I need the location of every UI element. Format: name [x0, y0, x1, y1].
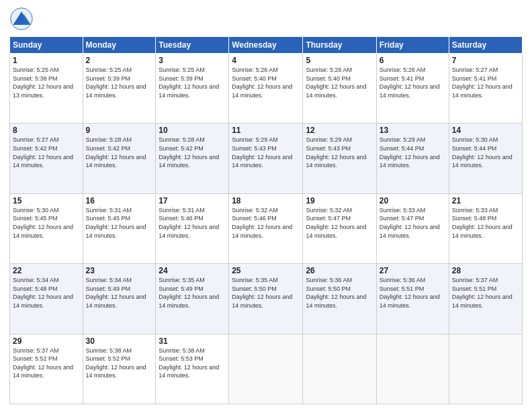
sunrise-text: Sunrise: 5:33 AM: [380, 206, 446, 215]
weekday-header-row: SundayMondayTuesdayWednesdayThursdayFrid…: [10, 37, 523, 54]
sunrise-text: Sunrise: 5:29 AM: [380, 136, 446, 144]
day-number: 23: [86, 266, 153, 275]
sunrise-text: Sunrise: 5:33 AM: [452, 206, 519, 215]
page: SundayMondayTuesdayWednesdayThursdayFrid…: [0, 0, 532, 411]
sunrise-text: Sunrise: 5:31 AM: [86, 206, 153, 215]
daylight-text: Daylight: 12 hours and 14 minutes.: [452, 293, 519, 310]
day-cell-23: 23Sunrise: 5:34 AMSunset: 5:49 PMDayligh…: [83, 264, 156, 334]
sunrise-text: Sunrise: 5:37 AM: [452, 276, 519, 285]
day-cell-21: 21Sunrise: 5:33 AMSunset: 5:48 PMDayligh…: [449, 193, 522, 263]
day-cell-17: 17Sunrise: 5:31 AMSunset: 5:46 PMDayligh…: [156, 193, 229, 263]
day-number: 30: [86, 336, 153, 346]
day-number: 17: [159, 196, 226, 205]
sunset-text: Sunset: 5:49 PM: [86, 285, 153, 293]
day-info: Sunrise: 5:28 AMSunset: 5:42 PMDaylight:…: [86, 136, 153, 169]
daylight-text: Daylight: 12 hours and 14 minutes.: [306, 223, 373, 240]
sunset-text: Sunset: 5:42 PM: [86, 144, 153, 153]
day-cell-4: 4Sunrise: 5:26 AMSunset: 5:40 PMDaylight…: [229, 54, 303, 124]
week-row-2: 8Sunrise: 5:27 AMSunset: 5:42 PMDaylight…: [10, 124, 523, 193]
day-info: Sunrise: 5:25 AMSunset: 5:39 PMDaylight:…: [86, 66, 153, 99]
day-number: 20: [380, 196, 446, 205]
day-info: Sunrise: 5:32 AMSunset: 5:46 PMDaylight:…: [232, 206, 300, 240]
week-row-4: 22Sunrise: 5:34 AMSunset: 5:48 PMDayligh…: [10, 264, 523, 334]
day-cell-24: 24Sunrise: 5:35 AMSunset: 5:49 PMDayligh…: [156, 264, 229, 334]
sunrise-text: Sunrise: 5:37 AM: [13, 347, 80, 355]
daylight-text: Daylight: 12 hours and 14 minutes.: [13, 293, 80, 310]
sunset-text: Sunset: 5:48 PM: [13, 285, 80, 293]
daylight-text: Daylight: 12 hours and 14 minutes.: [452, 83, 519, 99]
daylight-text: Daylight: 12 hours and 14 minutes.: [13, 363, 80, 380]
day-number: 4: [232, 56, 300, 65]
sunset-text: Sunset: 5:49 PM: [159, 285, 226, 293]
day-cell-11: 11Sunrise: 5:29 AMSunset: 5:43 PMDayligh…: [229, 124, 303, 193]
daylight-text: Daylight: 12 hours and 14 minutes.: [86, 153, 153, 170]
day-cell-9: 9Sunrise: 5:28 AMSunset: 5:42 PMDaylight…: [83, 124, 156, 193]
day-number: 27: [380, 266, 446, 275]
sunrise-text: Sunrise: 5:30 AM: [452, 136, 519, 144]
daylight-text: Daylight: 12 hours and 14 minutes.: [159, 223, 226, 240]
day-number: 14: [452, 126, 519, 135]
daylight-text: Daylight: 12 hours and 14 minutes.: [159, 363, 226, 380]
week-row-3: 15Sunrise: 5:30 AMSunset: 5:45 PMDayligh…: [10, 193, 523, 263]
week-row-5: 29Sunrise: 5:37 AMSunset: 5:52 PMDayligh…: [10, 334, 523, 404]
day-info: Sunrise: 5:26 AMSunset: 5:40 PMDaylight:…: [306, 66, 373, 99]
day-info: Sunrise: 5:33 AMSunset: 5:48 PMDaylight:…: [452, 206, 519, 240]
sunrise-text: Sunrise: 5:34 AM: [86, 276, 153, 285]
day-number: 10: [159, 126, 226, 135]
day-number: 5: [306, 56, 373, 65]
sunrise-text: Sunrise: 5:31 AM: [159, 206, 226, 215]
daylight-text: Daylight: 12 hours and 14 minutes.: [380, 83, 446, 99]
day-cell-25: 25Sunrise: 5:35 AMSunset: 5:50 PMDayligh…: [229, 264, 303, 334]
daylight-text: Daylight: 12 hours and 14 minutes.: [13, 153, 80, 170]
day-cell-5: 5Sunrise: 5:26 AMSunset: 5:40 PMDaylight…: [303, 54, 376, 124]
sunset-text: Sunset: 5:51 PM: [452, 285, 519, 293]
day-info: Sunrise: 5:26 AMSunset: 5:40 PMDaylight:…: [232, 66, 300, 99]
sunset-text: Sunset: 5:43 PM: [306, 144, 373, 153]
day-number: 24: [159, 266, 226, 275]
sunset-text: Sunset: 5:43 PM: [232, 144, 300, 153]
day-number: 11: [232, 126, 300, 135]
daylight-text: Daylight: 12 hours and 14 minutes.: [380, 223, 446, 240]
sunrise-text: Sunrise: 5:32 AM: [232, 206, 300, 215]
day-cell-8: 8Sunrise: 5:27 AMSunset: 5:42 PMDaylight…: [10, 124, 83, 193]
daylight-text: Daylight: 12 hours and 14 minutes.: [86, 363, 153, 380]
day-cell-18: 18Sunrise: 5:32 AMSunset: 5:46 PMDayligh…: [229, 193, 303, 263]
sunrise-text: Sunrise: 5:30 AM: [13, 206, 80, 215]
sunset-text: Sunset: 5:40 PM: [306, 75, 373, 83]
day-number: 12: [306, 126, 373, 135]
day-cell-26: 26Sunrise: 5:36 AMSunset: 5:50 PMDayligh…: [303, 264, 376, 334]
day-number: 13: [380, 126, 446, 135]
day-cell-30: 30Sunrise: 5:38 AMSunset: 5:52 PMDayligh…: [83, 334, 156, 404]
daylight-text: Daylight: 12 hours and 14 minutes.: [306, 83, 373, 99]
header: [9, 7, 523, 31]
sunrise-text: Sunrise: 5:27 AM: [452, 66, 519, 75]
sunset-text: Sunset: 5:47 PM: [380, 214, 446, 223]
sunset-text: Sunset: 5:48 PM: [452, 214, 519, 223]
daylight-text: Daylight: 12 hours and 14 minutes.: [306, 153, 373, 170]
day-number: 31: [159, 336, 226, 346]
day-number: 29: [13, 336, 80, 346]
logo: [9, 7, 38, 31]
day-cell-13: 13Sunrise: 5:29 AMSunset: 5:44 PMDayligh…: [376, 124, 449, 193]
day-cell-29: 29Sunrise: 5:37 AMSunset: 5:52 PMDayligh…: [10, 334, 83, 404]
day-info: Sunrise: 5:25 AMSunset: 5:39 PMDaylight:…: [159, 66, 226, 99]
daylight-text: Daylight: 12 hours and 14 minutes.: [232, 153, 300, 170]
sunset-text: Sunset: 5:38 PM: [13, 75, 80, 83]
day-cell-20: 20Sunrise: 5:33 AMSunset: 5:47 PMDayligh…: [376, 193, 449, 263]
sunset-text: Sunset: 5:53 PM: [159, 355, 226, 363]
day-number: 26: [306, 266, 373, 275]
daylight-text: Daylight: 12 hours and 14 minutes.: [86, 293, 153, 310]
day-info: Sunrise: 5:35 AMSunset: 5:49 PMDaylight:…: [159, 276, 226, 310]
day-cell-22: 22Sunrise: 5:34 AMSunset: 5:48 PMDayligh…: [10, 264, 83, 334]
weekday-header-monday: Monday: [83, 37, 156, 54]
day-info: Sunrise: 5:37 AMSunset: 5:52 PMDaylight:…: [13, 347, 80, 380]
sunrise-text: Sunrise: 5:36 AM: [306, 276, 373, 285]
sunrise-text: Sunrise: 5:29 AM: [232, 136, 300, 144]
daylight-text: Daylight: 12 hours and 14 minutes.: [13, 223, 80, 240]
day-info: Sunrise: 5:35 AMSunset: 5:50 PMDaylight:…: [232, 276, 300, 310]
daylight-text: Daylight: 12 hours and 14 minutes.: [159, 83, 226, 99]
sunrise-text: Sunrise: 5:28 AM: [86, 136, 153, 144]
sunset-text: Sunset: 5:46 PM: [159, 214, 226, 223]
daylight-text: Daylight: 12 hours and 14 minutes.: [232, 293, 300, 310]
day-cell-31: 31Sunrise: 5:38 AMSunset: 5:53 PMDayligh…: [156, 334, 229, 404]
